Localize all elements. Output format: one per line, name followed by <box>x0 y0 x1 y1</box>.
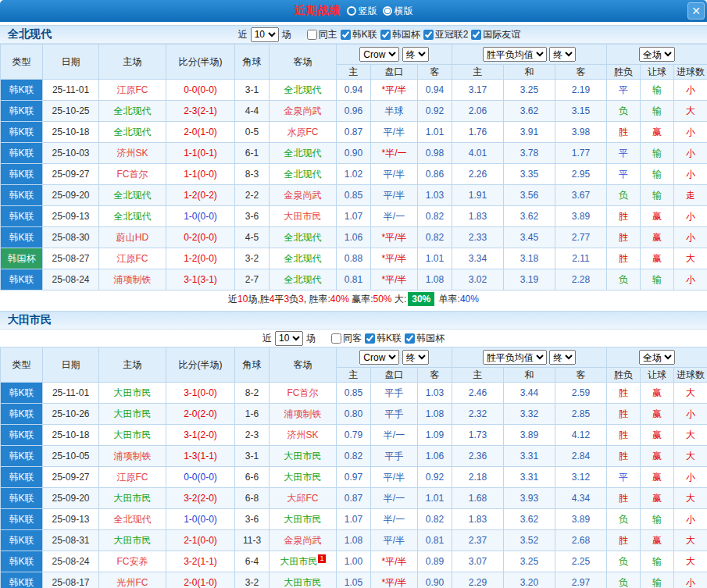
match-date: 25-08-30 <box>43 227 99 248</box>
match-row: 韩K联25-11-01大田市民3-1(0-0)8-2FC首尔0.85平手1.03… <box>1 383 707 404</box>
result-wdl: 胜 <box>607 530 641 551</box>
result-wdl: 胜 <box>607 122 641 143</box>
league-filter-checkbox[interactable] <box>423 30 434 40</box>
odds-state-select[interactable]: 终 <box>402 47 429 62</box>
league-filter-checkbox[interactable] <box>341 30 351 40</box>
scope-select[interactable]: 全场 <box>639 47 675 62</box>
score: 1-2(0-0) <box>166 248 235 269</box>
vertical-layout-radio[interactable] <box>347 6 356 16</box>
handicap: *平/半 <box>371 572 418 588</box>
subcol-handicap: 盘口 <box>371 368 418 383</box>
odds-state-select[interactable]: 终 <box>402 350 429 365</box>
result-handicap: 输 <box>641 101 674 122</box>
avg-away: 3.67 <box>555 185 607 206</box>
result-goals: 小 <box>674 467 707 488</box>
scope-header-cell: 全场 <box>607 347 707 368</box>
league-filter-0[interactable]: 同主 <box>307 28 337 41</box>
layout-vertical-option[interactable]: 竖版 <box>347 5 377 18</box>
close-button[interactable]: ✕ <box>687 2 705 20</box>
avg-home: 3.17 <box>452 80 504 101</box>
league-filter-0[interactable]: 同客 <box>331 332 362 345</box>
away-team: 水原FC <box>270 122 337 143</box>
handicap: 半/一 <box>371 488 418 509</box>
league-filter-checkbox[interactable] <box>405 333 415 344</box>
result-handicap: 赢 <box>641 425 674 446</box>
avg-type-select[interactable]: 胜平负均值 <box>483 47 547 62</box>
avg-state-select[interactable]: 终 <box>549 350 576 365</box>
league-filter-label: 韩K联 <box>352 28 377 41</box>
odds-away: 0.89 <box>418 551 452 572</box>
league-filter-2[interactable]: 韩国杯 <box>380 28 420 41</box>
league-filter-checkbox[interactable] <box>331 333 341 344</box>
avg-state-select[interactable]: 终 <box>549 47 576 62</box>
league-filter-checkbox[interactable] <box>365 333 375 344</box>
league-cell: 韩K联 <box>1 185 43 206</box>
league-filter-label: 韩国杯 <box>416 332 445 345</box>
avg-home: 3.02 <box>452 269 504 290</box>
avg-home: 2.26 <box>452 164 504 185</box>
league-filter-4[interactable]: 国际友谊 <box>471 28 520 41</box>
league-filter-checkbox[interactable] <box>471 30 481 40</box>
avg-draw: 3.35 <box>504 164 555 185</box>
recent-count-select[interactable]: 10 <box>251 27 279 42</box>
odds-away: 0.86 <box>418 164 452 185</box>
league-cell: 韩K联 <box>1 446 43 467</box>
score: 2-1(0-0) <box>166 530 235 551</box>
home-team: FC安养 <box>99 551 166 572</box>
away-team: 大邱FC <box>270 488 337 509</box>
avg-type-select[interactable]: 胜平负均值 <box>483 350 547 365</box>
odds-company-select[interactable]: Crow <box>359 350 399 365</box>
summary-part: 平 <box>274 294 284 305</box>
avg-draw: 3.62 <box>504 509 555 530</box>
match-date: 25-11-01 <box>43 383 99 404</box>
horizontal-layout-radio[interactable] <box>383 6 392 16</box>
corner-score: 3-6 <box>235 206 270 227</box>
handicap: *平/半 <box>371 227 418 248</box>
result-handicap: 赢 <box>641 530 674 551</box>
league-filter-checkbox[interactable] <box>307 30 317 40</box>
avg-away: 2.25 <box>555 551 607 572</box>
filter-controls-daejeon: 近10场同客韩K联韩国杯 <box>0 330 707 347</box>
odds-company-select[interactable]: Crow <box>359 47 399 62</box>
handicap: *平/半 <box>371 551 418 572</box>
league-cell: 韩K联 <box>1 164 43 185</box>
league-cell: 韩K联 <box>1 425 43 446</box>
league-filter-2[interactable]: 韩国杯 <box>405 332 445 345</box>
recent-count-select[interactable]: 10 <box>275 331 303 346</box>
league-filter-checkbox[interactable] <box>380 30 391 40</box>
odds-away: 0.98 <box>418 143 452 164</box>
subcol-avg-away: 客 <box>555 65 607 80</box>
avg-draw: 3.20 <box>504 572 555 588</box>
avg-away: 2.77 <box>555 227 607 248</box>
league-filter-1[interactable]: 韩K联 <box>341 28 377 41</box>
layout-horizontal-option[interactable]: 横版 <box>383 5 413 18</box>
avg-away: 2.97 <box>555 572 607 588</box>
odds-away: 1.08 <box>418 269 452 290</box>
odds-away: 1.03 <box>418 383 452 404</box>
score: 2-0(1-0) <box>166 572 235 588</box>
matches-table-daejeon: 类型 日期 主场 比分(半场) 角球 客场 Crow 终 胜平负均值 终 全场 … <box>0 347 707 588</box>
home-team: 全北现代 <box>99 101 166 122</box>
odds-away: 0.94 <box>418 80 452 101</box>
league-filter-1[interactable]: 韩K联 <box>365 332 402 345</box>
avg-home: 1.76 <box>452 122 504 143</box>
corner-score: 3-6 <box>235 509 270 530</box>
score: 3-2(2-0) <box>166 488 235 509</box>
section-header-daejeon: 大田市民 <box>0 311 707 330</box>
result-wdl: 胜 <box>607 488 641 509</box>
subcol-hc-result: 让球 <box>641 368 674 383</box>
match-date: 25-08-24 <box>43 551 99 572</box>
odds-home: 1.06 <box>337 227 371 248</box>
result-goals: 大 <box>674 425 707 446</box>
away-team: 金泉尚武 <box>270 530 337 551</box>
home-team: 江原FC <box>99 248 166 269</box>
score: 1-1(0-1) <box>166 143 235 164</box>
league-filter-3[interactable]: 亚冠联2 <box>423 28 469 41</box>
avg-draw: 3.45 <box>504 227 555 248</box>
avg-away: 3.98 <box>555 122 607 143</box>
result-wdl: 负 <box>607 509 641 530</box>
scope-select[interactable]: 全场 <box>639 350 675 365</box>
match-row: 韩K联25-10-18全北现代2-0(1-0)0-5水原FC0.87平/半1.0… <box>1 122 707 143</box>
score: 0-0(0-0) <box>166 467 235 488</box>
match-row: 韩K联25-10-03济州SK1-1(0-1)6-1全北现代0.90*半/一0.… <box>1 143 707 164</box>
